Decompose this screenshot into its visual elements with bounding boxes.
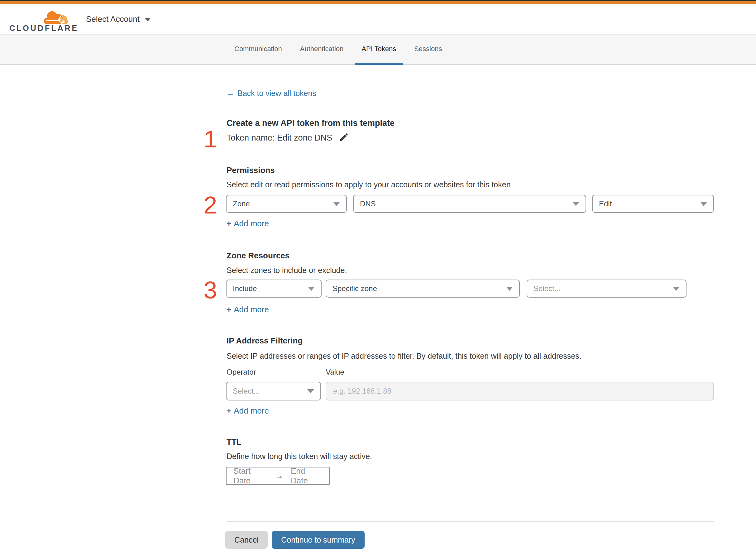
dropdown-caret-icon: [673, 287, 680, 291]
dropdown-caret-icon: [573, 202, 579, 206]
create-api-token-page: CLOUDFLARE Select Account Communication …: [0, 0, 756, 551]
account-selector[interactable]: Select Account: [86, 14, 151, 24]
date-range-arrow-icon: →: [275, 471, 283, 481]
continue-to-summary-button[interactable]: Continue to summary: [272, 531, 364, 549]
header: CLOUDFLARE Select Account: [0, 4, 756, 35]
tab-communication[interactable]: Communication: [227, 35, 289, 65]
back-to-tokens-link[interactable]: ←Back to view all tokens: [226, 89, 316, 98]
tab-api-tokens[interactable]: API Tokens: [354, 35, 403, 65]
zone-resources-title: Zone Resources: [226, 251, 289, 260]
operator-dropdown[interactable]: Select...: [226, 382, 321, 401]
permission-type-dropdown[interactable]: DNS: [353, 195, 586, 213]
plus-icon: +: [226, 305, 231, 314]
cloudflare-logo: CLOUDFLARE: [9, 10, 70, 33]
account-selector-label: Select Account: [86, 14, 140, 24]
ttl-date-range-picker[interactable]: Start Date → End Date: [226, 467, 330, 485]
tab-bar: Communication Authentication API Tokens …: [0, 35, 756, 65]
ttl-title: TTL: [226, 437, 241, 447]
token-name-text: Token name: Edit zone DNS: [226, 133, 332, 142]
chevron-down-icon: [145, 18, 151, 21]
cloudflare-wordmark: CLOUDFLARE: [9, 24, 78, 33]
operator-label: Operator: [226, 368, 256, 377]
permission-scope-dropdown[interactable]: Zone: [226, 195, 347, 213]
plus-icon: +: [226, 406, 231, 416]
back-arrow-icon: ←: [226, 89, 234, 97]
zone-resources-description: Select zones to include or exclude.: [226, 266, 347, 275]
end-date-label: End Date: [291, 466, 322, 486]
edit-pencil-icon[interactable]: [339, 132, 349, 144]
zone-include-dropdown[interactable]: Include: [226, 280, 321, 298]
permissions-title: Permissions: [226, 165, 275, 175]
step-number-2: 2: [199, 194, 221, 216]
dropdown-caret-icon: [333, 202, 340, 206]
tab-sessions[interactable]: Sessions: [407, 35, 449, 65]
step-number-3: 3: [199, 279, 221, 301]
zone-select-dropdown[interactable]: Select...: [527, 280, 687, 298]
back-link-label: Back to view all tokens: [237, 89, 316, 97]
token-name-row: Token name: Edit zone DNS: [226, 132, 349, 144]
value-label: Value: [326, 368, 344, 377]
zone-resources-add-more-link[interactable]: +Add more: [226, 305, 269, 315]
ip-filtering-add-more-link[interactable]: +Add more: [226, 406, 269, 416]
ip-filtering-description: Select IP addresses or ranges of IP addr…: [226, 352, 582, 361]
dropdown-caret-icon: [506, 287, 513, 291]
create-token-title: Create a new API token from this templat…: [226, 118, 395, 128]
footer-divider: [226, 521, 714, 522]
dropdown-caret-icon: [307, 389, 314, 393]
permissions-description: Select edit or read permissions to apply…: [226, 180, 511, 189]
ttl-description: Define how long this token will stay act…: [226, 452, 372, 461]
cancel-button[interactable]: Cancel: [225, 531, 268, 549]
dropdown-caret-icon: [700, 202, 707, 206]
ip-filtering-title: IP Address Filtering: [226, 336, 302, 346]
start-date-label: Start Date: [233, 466, 267, 486]
step-number-1: 1: [199, 128, 221, 150]
dropdown-caret-icon: [308, 287, 315, 291]
zone-scope-dropdown[interactable]: Specific zone: [326, 280, 520, 298]
tab-authentication[interactable]: Authentication: [293, 35, 350, 65]
permissions-add-more-link[interactable]: +Add more: [226, 219, 269, 228]
permission-access-dropdown[interactable]: Edit: [592, 195, 714, 213]
ip-value-input[interactable]: [326, 382, 714, 401]
plus-icon: +: [226, 219, 231, 228]
brand-orange-bar: [0, 1, 756, 4]
tabs: Communication Authentication API Tokens …: [227, 35, 449, 65]
